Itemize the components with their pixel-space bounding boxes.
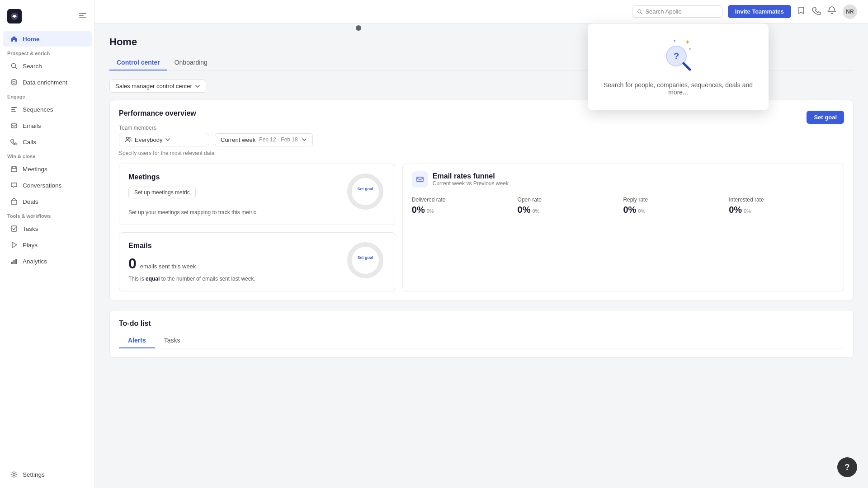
todo-section: To-do list Alerts Tasks [109,310,854,358]
sidebar-item-analytics[interactable]: Analytics [3,253,92,269]
sidebar-item-home[interactable]: Home [3,31,92,47]
sidebar-item-plays-label: Plays [23,242,38,249]
svg-text:Set goal: Set goal [357,255,373,260]
svg-rect-19 [14,260,15,264]
sidebar-item-emails[interactable]: Emails [3,118,92,133]
open-main: 0% [518,205,531,215]
todo-title: To-do list [119,319,844,328]
analytics-icon [10,257,18,265]
sidebar-item-home-label: Home [23,36,40,42]
team-chevron-icon [165,137,170,142]
open-change: 0% [532,208,539,214]
sidebar-item-analytics-label: Analytics [23,258,47,265]
sidebar-item-deals-label: Deals [23,198,38,205]
reply-value-row: 0% 0% [623,205,729,215]
svg-text:✦: ✦ [673,38,676,43]
set-goal-button[interactable]: Set goal [807,111,844,124]
logo-icon[interactable] [7,9,22,23]
svg-point-6 [12,80,16,81]
delivered-change: 0% [427,208,434,214]
svg-text:Set goal: Set goal [357,187,373,191]
home-icon [10,35,18,43]
phone-icon[interactable] [812,6,821,17]
sidebar-item-settings[interactable]: Settings [3,467,92,482]
svg-marker-17 [12,242,17,248]
date-chevron-icon [302,137,307,142]
sidebar-item-data-enrichment[interactable]: Data enrichment [3,75,92,90]
date-range-dropdown[interactable]: Current week Feb 12 - Feb 18 [215,133,313,146]
todo-tab-alerts[interactable]: Alerts [119,333,155,348]
date-range-value: Feb 12 - Feb 18 [259,136,297,143]
calendar-icon [10,165,18,173]
control-center-dropdown-label: Sales manager control center [115,83,192,89]
search-box[interactable] [632,5,722,18]
svg-point-28 [349,244,381,276]
svg-rect-9 [11,111,16,112]
meetings-setup-button[interactable]: Set up meetings metric [128,187,196,198]
sidebar-toggle-icon[interactable] [78,11,87,22]
svg-rect-3 [79,17,86,18]
search-input[interactable] [645,8,717,15]
interested-change: 0% [744,208,751,214]
svg-line-36 [684,63,690,70]
funnel-delivered: Delivered rate 0% 0% [412,192,518,220]
email-funnel-card: Email rates funnel Current week vs Previ… [402,164,844,291]
svg-rect-20 [15,259,17,264]
sidebar-section-tools: Tools & workflows [0,210,94,221]
svg-point-21 [13,474,15,476]
topbar: Invite Teammates NR [95,0,868,23]
bell-icon[interactable] [827,6,836,17]
sidebar: Home Prospect & enrich Search Data enric… [0,0,95,488]
sidebar-item-settings-label: Settings [23,471,45,478]
sidebar-item-sequences[interactable]: Sequences [3,102,92,117]
delivered-main: 0% [412,205,425,215]
interested-value-row: 0% 0% [729,205,835,215]
sidebar-item-calls[interactable]: Calls [3,134,92,150]
date-label: Current week [221,136,255,143]
bookmark-icon[interactable] [797,6,806,17]
sidebar-item-emails-label: Emails [23,122,41,129]
help-button[interactable]: ? [837,457,857,477]
svg-rect-30 [417,177,423,182]
specify-text: Specify users for the most relevant data [119,150,844,156]
svg-point-25 [129,137,131,139]
sidebar-item-search[interactable]: Search [3,58,92,74]
tab-onboarding[interactable]: Onboarding [167,55,215,70]
sequences-icon [10,105,18,113]
todo-tab-tasks[interactable]: Tasks [155,333,189,348]
svg-rect-1 [79,13,86,14]
team-members-dropdown[interactable]: Everybody [119,133,209,146]
tab-control-center[interactable]: Control center [109,55,167,70]
emails-count: 0 [128,255,137,272]
sidebar-item-tasks[interactable]: Tasks [3,221,92,236]
email-funnel-header: Email rates funnel Current week vs Previ… [403,164,844,192]
search-dropdown-text: Search for people, companies, sequences,… [599,81,758,96]
open-label: Open rate [518,197,623,203]
database-icon [10,78,18,86]
search-icon [10,62,18,70]
emails-count-label: emails sent this week [140,263,196,270]
reply-label: Reply rate [623,197,729,203]
svg-text:?: ? [674,51,679,61]
svg-line-5 [15,67,17,69]
filters-row: Everybody Current week Feb 12 - Feb 18 [119,133,844,146]
sidebar-item-meetings[interactable]: Meetings [3,161,92,177]
sidebar-item-plays[interactable]: Plays [3,237,92,253]
todo-tabs: Alerts Tasks [119,333,844,348]
sidebar-section-prospect: Prospect & enrich [0,47,94,58]
email-funnel-subtitle: Current week vs Previous week [433,180,509,187]
search-dropdown: ✦ ✦ ✦ ? Search for people, companies, se… [588,23,769,110]
conversations-icon [10,181,18,189]
sidebar-item-conversations[interactable]: Conversations [3,178,92,193]
control-center-dropdown[interactable]: Sales manager control center [109,80,206,93]
sidebar-section-engage: Engage [0,90,94,101]
funnel-interested: Interested rate 0% 0% [729,192,835,220]
chevron-down-icon [195,84,200,89]
delivered-value-row: 0% 0% [412,205,518,215]
performance-section: Performance overview Set goal Team membe… [109,100,854,301]
svg-rect-16 [11,226,17,231]
invite-teammates-button[interactable]: Invite Teammates [728,5,791,18]
sidebar-item-deals[interactable]: Deals [3,194,92,209]
funnel-open: Open rate 0% 0% [518,192,623,220]
email-icon [10,122,18,130]
